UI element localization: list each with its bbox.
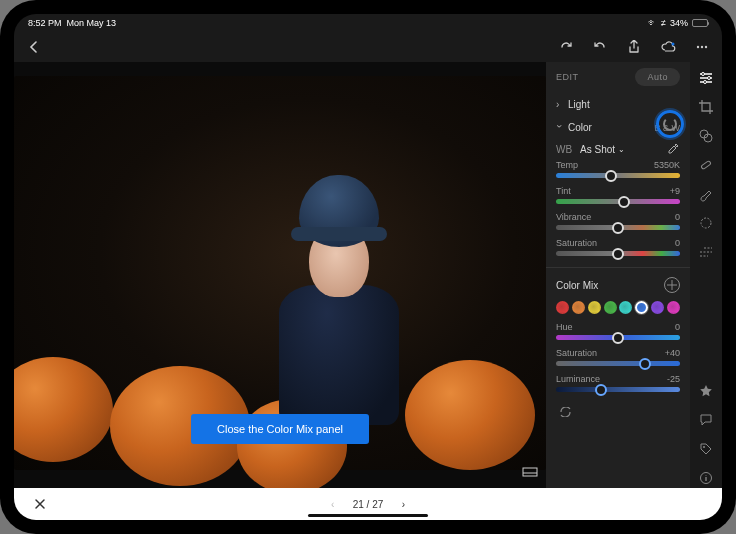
luminance-slider[interactable]: Luminance-25 — [556, 372, 680, 398]
edit-panel-title: EDIT — [556, 72, 579, 82]
mix-saturation-slider[interactable]: Saturation+40 — [556, 346, 680, 372]
colormix-swatches — [556, 297, 680, 320]
svg-point-3 — [705, 46, 707, 48]
share-button[interactable] — [624, 37, 644, 57]
auto-button[interactable]: Auto — [635, 68, 680, 86]
swatch-4[interactable] — [619, 301, 632, 314]
svg-point-0 — [672, 43, 675, 46]
back-button[interactable] — [24, 37, 44, 57]
swatch-7[interactable] — [667, 301, 680, 314]
comment-icon[interactable] — [696, 410, 716, 430]
heal-icon[interactable] — [696, 155, 716, 175]
svg-point-7 — [704, 81, 707, 84]
chevron-down-icon: ⌄ — [618, 145, 625, 154]
undo-button[interactable] — [590, 37, 610, 57]
status-time: 8:52 PM — [28, 18, 62, 28]
chevron-down-icon: › — [554, 125, 565, 131]
saturation-slider[interactable]: Saturation0 — [556, 236, 680, 262]
flash-icon: ≠ — [661, 18, 666, 28]
svg-point-1 — [697, 46, 699, 48]
swatch-0[interactable] — [556, 301, 569, 314]
cloud-button[interactable] — [658, 37, 678, 57]
temp-slider[interactable]: Temp5350K — [556, 158, 680, 184]
edit-sliders-icon[interactable] — [696, 68, 716, 88]
battery-icon — [692, 19, 708, 27]
wb-preset-select[interactable]: As Shot⌄ — [580, 144, 625, 155]
svg-rect-10 — [701, 160, 711, 169]
more-button[interactable] — [692, 37, 712, 57]
photo-canvas[interactable]: Close the Color Mix panel — [14, 62, 546, 488]
star-icon[interactable] — [696, 381, 716, 401]
light-label: Light — [568, 99, 590, 110]
color-target-adjust-button[interactable] — [656, 110, 684, 138]
swatch-5[interactable] — [635, 301, 648, 314]
tint-slider[interactable]: Tint+9 — [556, 184, 680, 210]
reset-icon[interactable] — [556, 402, 576, 422]
hue-slider[interactable]: Hue0 — [556, 320, 680, 346]
linear-icon[interactable] — [696, 242, 716, 262]
svg-point-11 — [701, 218, 711, 228]
svg-point-12 — [703, 446, 705, 448]
swatch-1[interactable] — [572, 301, 585, 314]
app-toolbar — [14, 32, 722, 62]
home-indicator[interactable] — [308, 514, 428, 517]
radial-icon[interactable] — [696, 213, 716, 233]
tag-icon[interactable] — [696, 439, 716, 459]
close-tutorial-button[interactable] — [30, 494, 50, 514]
wb-eyedropper-button[interactable] — [666, 142, 680, 156]
status-bar: 8:52 PM Mon May 13 ᯤ ≠ 34% — [14, 14, 722, 32]
color-label: Color — [568, 122, 592, 133]
crop-icon[interactable] — [696, 97, 716, 117]
prev-step-button[interactable]: ‹ — [323, 494, 343, 514]
svg-rect-4 — [523, 468, 537, 476]
wifi-icon: ᯤ — [648, 18, 657, 28]
info-icon[interactable] — [696, 468, 716, 488]
step-counter: 21 / 27 — [353, 499, 384, 510]
colormix-target-button[interactable] — [664, 277, 680, 293]
presets-icon[interactable] — [696, 126, 716, 146]
svg-point-6 — [708, 77, 711, 80]
svg-point-5 — [702, 73, 705, 76]
swatch-2[interactable] — [588, 301, 601, 314]
redo-button[interactable] — [556, 37, 576, 57]
svg-point-2 — [701, 46, 703, 48]
colormix-label: Color Mix — [556, 280, 598, 291]
next-step-button[interactable]: › — [393, 494, 413, 514]
vibrance-slider[interactable]: Vibrance0 — [556, 210, 680, 236]
wb-label: WB — [556, 144, 572, 155]
brush-icon[interactable] — [696, 184, 716, 204]
coach-tooltip[interactable]: Close the Color Mix panel — [191, 414, 369, 444]
swatch-3[interactable] — [604, 301, 617, 314]
photo-preview — [14, 76, 546, 470]
chevron-right-icon: › — [556, 99, 562, 110]
battery-percent: 34% — [670, 18, 688, 28]
tool-column — [690, 62, 722, 488]
filmstrip-toggle-icon[interactable] — [520, 462, 540, 482]
edit-panel: EDIT Auto ›Light ›Color B & W WB As Shot… — [546, 62, 690, 488]
swatch-6[interactable] — [651, 301, 664, 314]
status-date: Mon May 13 — [67, 18, 117, 28]
